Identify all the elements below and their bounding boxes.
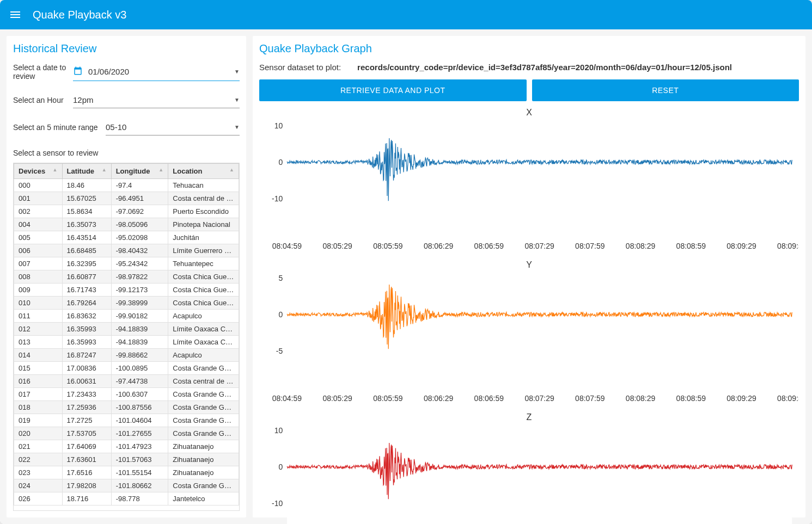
table-cell: -101.80662	[111, 479, 168, 492]
table-cell: 013	[14, 336, 63, 349]
table-row[interactable]: 00115.67025-96.4951Costa central de …	[14, 192, 239, 205]
table-cell: 020	[14, 427, 63, 440]
svg-text:08:07:29: 08:07:29	[524, 394, 554, 403]
table-row[interactable]: 02117.64069-101.47923Zihuatanaejo	[14, 440, 239, 453]
table-cell: -97.4	[111, 179, 168, 192]
table-row[interactable]: 01316.35993-94.18839Límite Oaxaca C…	[14, 336, 239, 349]
table-row[interactable]: 00516.43514-95.02098Juchitán	[14, 231, 239, 244]
reset-button[interactable]: RESET	[532, 79, 799, 101]
table-cell: 17.98208	[62, 479, 111, 492]
table-cell: -101.57063	[111, 453, 168, 466]
table-cell: 16.35073	[62, 218, 111, 231]
svg-rect-0	[287, 126, 792, 236]
table-cell: -98.97822	[111, 270, 168, 283]
table-cell: 16.00631	[62, 375, 111, 388]
col-latitude[interactable]: Latitude▲	[62, 164, 111, 179]
table-cell: -97.44738	[111, 375, 168, 388]
table-cell: 005	[14, 231, 63, 244]
table-cell: 024	[14, 479, 63, 492]
table-row[interactable]: 01416.87247-99.88662Acapulco	[14, 349, 239, 362]
table-row[interactable]: 01717.23433-100.6307Costa Grande G…	[14, 388, 239, 401]
hour-value: 12pm	[73, 95, 94, 104]
table-row[interactable]: 02217.63601-101.57063Zihuatanaejo	[14, 453, 239, 466]
hour-select[interactable]: 12pm ▼	[73, 92, 240, 108]
table-row[interactable]: 01216.35993-94.18839Límite Oaxaca C…	[14, 323, 239, 336]
col-devices[interactable]: Devices▲	[14, 164, 63, 179]
svg-text:-5: -5	[276, 347, 283, 355]
svg-text:08:06:59: 08:06:59	[474, 394, 504, 403]
dataset-path: records/country_code=pr/device_id=3ef3d7…	[357, 63, 799, 72]
table-cell: 16.35993	[62, 323, 111, 336]
range-select[interactable]: 05-10 ▼	[106, 119, 240, 135]
table-row[interactable]: 00816.60877-98.97822Costa Chica Gue…	[14, 270, 239, 283]
table-row[interactable]: 00416.35073-98.05096Pinotepa Nacional	[14, 218, 239, 231]
table-row[interactable]: 00018.46-97.4Tehuacan	[14, 179, 239, 192]
table-cell: 16.71743	[62, 283, 111, 297]
table-row[interactable]: 02618.716-98.778Jantetelco	[14, 492, 239, 505]
table-row[interactable]: 01616.00631-97.44738Costa central de …	[14, 375, 239, 388]
table-row[interactable]: 01917.2725-101.04604Costa Grande G…	[14, 414, 239, 427]
table-cell: 026	[14, 492, 63, 505]
svg-text:08:06:59: 08:06:59	[474, 242, 504, 251]
table-cell: 014	[14, 349, 63, 362]
table-cell: 023	[14, 466, 63, 479]
table-cell: Costa Grande G…	[168, 388, 239, 401]
table-cell: -99.38999	[111, 297, 168, 310]
table-cell: 17.00836	[62, 362, 111, 375]
table-cell: -94.18839	[111, 323, 168, 336]
sensor-table-wrap[interactable]: Devices▲Latitude▲Longitude▲Location▲ 000…	[13, 163, 240, 511]
table-row[interactable]: 00616.68485-98.40432Límite Guerrero …	[14, 244, 239, 257]
chevron-down-icon: ▼	[234, 124, 240, 130]
table-row[interactable]: 01016.79264-99.38999Costa Chica Gue…	[14, 297, 239, 310]
hamburger-icon[interactable]	[9, 8, 22, 21]
table-cell: 008	[14, 270, 63, 283]
historical-title: Historical Review	[13, 42, 240, 55]
table-cell: 16.83632	[62, 310, 111, 323]
table-cell: 009	[14, 283, 63, 297]
calendar-icon	[73, 66, 83, 77]
table-cell: 018	[14, 401, 63, 414]
svg-text:08:06:29: 08:06:29	[424, 242, 454, 251]
table-cell: 004	[14, 218, 63, 231]
retrieve-button[interactable]: RETRIEVE DATA AND PLOT	[259, 79, 527, 101]
col-location[interactable]: Location▲	[168, 164, 239, 179]
table-cell: 18.716	[62, 492, 111, 505]
table-cell: Juchitán	[168, 231, 239, 244]
svg-text:08:06:29: 08:06:29	[424, 394, 454, 403]
table-cell: Límite Oaxaca C…	[168, 323, 239, 336]
table-row[interactable]: 01517.00836-100.0895Costa Grande G…	[14, 362, 239, 375]
table-row[interactable]: 01116.83632-99.90182Acapulco	[14, 310, 239, 323]
table-cell: 022	[14, 453, 63, 466]
svg-text:-10: -10	[272, 499, 283, 508]
table-cell: 16.79264	[62, 297, 111, 310]
table-row[interactable]: 00716.32395-95.24342Tehuantepec	[14, 257, 239, 270]
svg-text:08:07:59: 08:07:59	[575, 394, 605, 403]
table-cell: -101.55154	[111, 466, 168, 479]
table-cell: -101.04604	[111, 414, 168, 427]
svg-text:08:05:59: 08:05:59	[373, 242, 403, 251]
table-cell: 17.64069	[62, 440, 111, 453]
svg-text:0: 0	[278, 310, 283, 319]
table-row[interactable]: 02317.6516-101.55154Zihuatanaejo	[14, 466, 239, 479]
table-cell: 021	[14, 440, 63, 453]
svg-text:10: 10	[274, 426, 283, 435]
table-cell: 17.53705	[62, 427, 111, 440]
table-row[interactable]: 00916.71743-99.12173Costa Chica Gue…	[14, 283, 239, 297]
table-cell: 17.63601	[62, 453, 111, 466]
table-cell: 18.46	[62, 179, 111, 192]
table-cell: 16.60877	[62, 270, 111, 283]
table-row[interactable]: 00215.8634-97.0692Puerto Escondido	[14, 205, 239, 218]
table-cell: Límite Guerrero …	[168, 244, 239, 257]
table-cell: Costa central de …	[168, 192, 239, 205]
table-row[interactable]: 02017.53705-101.27655Costa Grande G…	[14, 427, 239, 440]
table-row[interactable]: 02417.98208-101.80662Costa Grande G…	[14, 479, 239, 492]
svg-text:08:09:59: 08:09:59	[777, 394, 799, 403]
table-row[interactable]: 01817.25936-100.87556Costa Grande G…	[14, 401, 239, 414]
date-picker[interactable]: 01/06/2020 ▼	[73, 63, 240, 81]
date-label: Select a date to review	[13, 63, 68, 81]
svg-text:08:05:29: 08:05:29	[322, 394, 352, 403]
table-cell: -98.778	[111, 492, 168, 505]
table-cell: Jantetelco	[168, 492, 239, 505]
col-longitude[interactable]: Longitude▲	[111, 164, 168, 179]
svg-text:08:08:29: 08:08:29	[626, 394, 656, 403]
